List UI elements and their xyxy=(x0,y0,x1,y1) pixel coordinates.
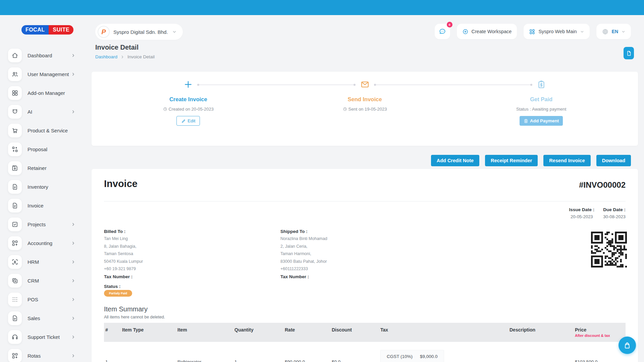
sidebar-item-label: CRM xyxy=(28,278,39,284)
headphones-icon xyxy=(11,334,18,341)
step-get-paid: Get PaidStatus : Awaiting paymentAdd Pay… xyxy=(488,80,595,126)
sidebar-item-proposal[interactable]: Proposal xyxy=(8,142,95,157)
brand-logo-suite: SUITE xyxy=(49,25,73,35)
document-quick-button[interactable] xyxy=(624,47,634,59)
workspace-selector[interactable]: Syspro Web Main xyxy=(524,24,589,39)
chevron-right-icon xyxy=(71,316,75,320)
workspace-grid-icon xyxy=(529,28,535,35)
clipboard-dollar-icon xyxy=(524,119,528,123)
sidebar-item-user-management[interactable]: User Management xyxy=(8,67,95,82)
company-name: Syspro Digital Sdn. Bhd. xyxy=(113,29,168,35)
create-workspace-button[interactable]: Create Workspace xyxy=(457,24,517,39)
grid-plus-icon xyxy=(11,240,18,247)
sidebar-item-label: Projects xyxy=(28,222,46,227)
divider xyxy=(104,201,626,201)
step-title: Get Paid xyxy=(488,96,595,103)
scan-user-icon xyxy=(11,258,18,265)
sidebar-item-label: Dashboard xyxy=(28,53,52,58)
breadcrumb-dashboard-link[interactable]: Dashboard xyxy=(95,54,117,59)
tax-box: CGST (10%)$9,000.0 xyxy=(380,350,444,362)
sidebar-item-label: Sales xyxy=(28,315,40,321)
cell-price: $103,500.0 xyxy=(574,342,626,362)
sidebar-item-inventory[interactable]: Inventory xyxy=(8,179,95,194)
grid4-icon xyxy=(8,86,22,100)
sidebar-item-rotas[interactable]: Rotas xyxy=(8,348,95,362)
chevron-right-icon xyxy=(120,55,124,59)
cart-floating-button[interactable] xyxy=(619,337,636,354)
sidebar-item-hrm[interactable]: HRM xyxy=(8,254,95,269)
transform-icon xyxy=(11,146,18,153)
button-label: Edit xyxy=(187,118,195,123)
sidebar-item-add-on-manager[interactable]: Add-on Manager xyxy=(8,85,95,101)
sidebar-item-ai[interactable]: AI xyxy=(8,104,95,119)
resend-invoice-button[interactable]: Resend Invoice xyxy=(543,155,590,166)
sidebar-item-label: Accounting xyxy=(28,240,52,246)
invoice-progress-card: Create InvoiceCreated on 20-05-2023EditS… xyxy=(92,72,638,146)
billed-to-label: Billed To : xyxy=(104,229,215,234)
sidebar-item-dashboard[interactable]: Dashboard xyxy=(8,48,95,63)
transform-icon xyxy=(8,142,22,156)
invoice-number: #INVO00002 xyxy=(579,180,626,190)
sidebar-item-projects[interactable]: Projects xyxy=(8,217,95,232)
sidebar-item-retainer[interactable]: Retainer xyxy=(8,161,95,176)
language-selector[interactable]: EN xyxy=(596,24,631,39)
issue-date-label: Issue Date : xyxy=(569,207,594,212)
home-icon xyxy=(8,49,22,62)
sidebar-item-accounting[interactable]: Accounting xyxy=(8,236,95,251)
sidebar-item-pos[interactable]: POS xyxy=(8,292,95,307)
step-subtitle-text: Created on 20-05-2023 xyxy=(169,107,214,112)
brand-logo[interactable]: FOCAL SUITE xyxy=(0,25,95,35)
shipped-to-label: Shipped To : xyxy=(280,229,391,234)
sidebar-menu: DashboardUser ManagementAdd-on ManagerAI… xyxy=(0,48,95,362)
sidebar-item-label: POS xyxy=(28,297,38,302)
due-date-block: Due Date : 30-08-2023 xyxy=(603,207,626,219)
sidebar-item-label: User Management xyxy=(28,71,69,77)
clock-icon xyxy=(343,107,347,111)
header-actions: 0 Create Workspace Syspro Web Main EN xyxy=(435,24,631,39)
invoice-heading: Invoice xyxy=(104,178,138,189)
address-line: Taman Harmoni, xyxy=(280,251,391,256)
sidebar-item-invoice[interactable]: Invoice xyxy=(8,198,95,213)
brand-logo-focal: FOCAL xyxy=(21,25,49,35)
item-table-body: 1--Refrigerator1$90,000.0$0.0CGST (10%)$… xyxy=(104,342,626,362)
status-label: Status : xyxy=(104,284,121,289)
due-date-value: 30-08-2023 xyxy=(603,214,626,219)
sidebar-item-label: HRM xyxy=(28,259,39,265)
sidebar-item-label: Product & Service xyxy=(28,128,68,133)
chat-button[interactable]: 0 xyxy=(435,24,450,39)
page-title: Invoice Detail xyxy=(95,44,139,51)
sidebar-item-sales[interactable]: Sales xyxy=(8,311,95,326)
receipt-reminder-button[interactable]: Receipt Reminder xyxy=(485,155,538,166)
table-row: 1--Refrigerator1$90,000.0$0.0CGST (10%)$… xyxy=(104,342,626,362)
grid-plus-icon xyxy=(8,349,22,362)
grid-plus-icon xyxy=(11,352,18,359)
edit-button[interactable]: Edit xyxy=(176,116,200,126)
chevron-right-icon xyxy=(71,354,75,358)
step-create-invoice: Create InvoiceCreated on 20-05-2023Edit xyxy=(135,80,242,126)
cell-discount: $0.0 xyxy=(330,342,379,362)
add-credit-note-button[interactable]: Add Credit Note xyxy=(431,155,479,166)
breadcrumb-current: Invoice Detail xyxy=(127,54,155,59)
save-icon xyxy=(11,165,18,172)
address-line: 2, Jalan Ceria, xyxy=(280,244,391,249)
sidebar-item-label: Add-on Manager xyxy=(28,90,65,96)
cell-description: - xyxy=(508,342,574,362)
address-line: 8, Jalan Bahagia, xyxy=(104,244,215,249)
file-icon xyxy=(11,183,18,190)
column-header-description: Description xyxy=(508,323,574,342)
grid4-icon xyxy=(11,89,18,97)
add-payment-button[interactable]: Add Payment xyxy=(520,116,563,126)
step-subtitle: Created on 20-05-2023 xyxy=(135,107,242,112)
item-table: #Item TypeItemQuantityRateDiscountTaxDes… xyxy=(104,323,626,362)
sidebar-item-product-service[interactable]: Product & Service xyxy=(8,123,95,138)
company-selector[interactable]: P Syspro Digital Sdn. Bhd. xyxy=(95,24,183,40)
chevron-right-icon xyxy=(71,72,75,76)
sidebar-item-crm[interactable]: CRM xyxy=(8,273,95,288)
sidebar-item-label: Inventory xyxy=(28,184,48,190)
download-button[interactable]: Download xyxy=(596,155,631,166)
step-subtitle-text: Status : Awaiting payment xyxy=(516,107,566,112)
billed-to-block: Billed To : Tan Mei Ling8, Jalan Bahagia… xyxy=(104,229,215,279)
address-line: +60111222333 xyxy=(280,266,391,271)
step-title: Create Invoice xyxy=(135,96,242,103)
sidebar-item-support-ticket[interactable]: Support Ticket xyxy=(8,329,95,345)
